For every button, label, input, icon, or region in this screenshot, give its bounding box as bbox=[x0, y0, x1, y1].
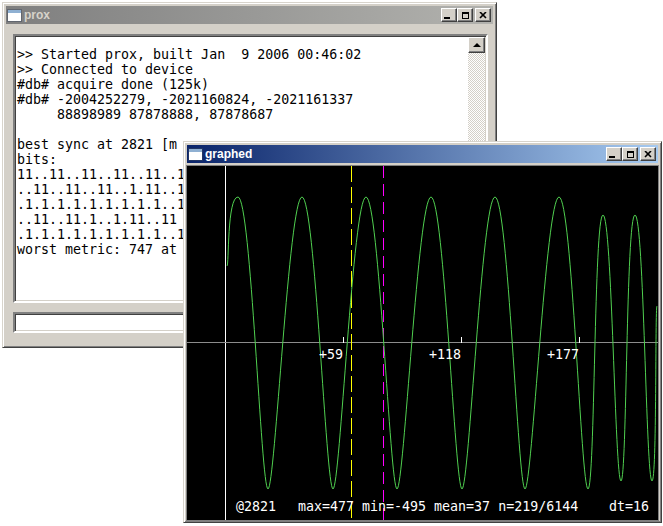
waveform-plot[interactable] bbox=[187, 166, 658, 520]
scroll-up-button[interactable] bbox=[468, 37, 485, 53]
graphed-caption-buttons bbox=[606, 147, 656, 161]
graphed-minimize-button[interactable] bbox=[606, 147, 622, 161]
graphed-titlebar[interactable]: graphed bbox=[187, 145, 658, 163]
prox-titlebar[interactable]: prox bbox=[6, 6, 493, 24]
graphed-window-title: graphed bbox=[205, 147, 252, 161]
prox-minimize-button[interactable] bbox=[441, 8, 457, 22]
prox-window-title: prox bbox=[24, 8, 50, 22]
x-axis-label: +118 bbox=[429, 347, 461, 362]
console-line bbox=[17, 122, 467, 137]
prox-app-icon[interactable] bbox=[8, 10, 21, 21]
minimize-icon bbox=[609, 156, 615, 158]
x-axis-label: +177 bbox=[547, 347, 579, 362]
prox-close-button[interactable] bbox=[475, 8, 491, 22]
maximize-icon bbox=[462, 12, 469, 19]
console-line: #db# acquire done (125k) bbox=[17, 77, 467, 92]
prox-caption-buttons bbox=[441, 8, 491, 22]
graphed-app-icon[interactable] bbox=[189, 149, 202, 160]
signal-stats-label: max=477 min=-495 mean=37 n=219/6144 bbox=[298, 499, 578, 514]
arrow-up-icon bbox=[473, 43, 481, 47]
maximize-icon bbox=[627, 151, 634, 158]
console-line: >> Started prox, built Jan 9 2006 00:46:… bbox=[17, 47, 467, 62]
console-line: #db# -2004252279, -2021160824, -20211613… bbox=[17, 92, 467, 107]
graphed-window: graphed +59+118+177 @2821 max=477 min=-4… bbox=[183, 141, 662, 523]
close-icon bbox=[644, 151, 652, 158]
minimize-icon bbox=[444, 17, 450, 19]
cursor-position-label: @2821 bbox=[236, 499, 276, 514]
graphed-close-button[interactable] bbox=[640, 147, 656, 161]
desktop: prox >> Started prox, built Jan 9 2006 0… bbox=[0, 0, 663, 526]
console-line: >> Connected to device bbox=[17, 62, 467, 77]
console-line: 88898989 87878888, 87878687 bbox=[17, 107, 467, 122]
close-icon bbox=[479, 12, 487, 19]
dt-label: dt=16 bbox=[609, 499, 649, 514]
x-axis-label: +59 bbox=[319, 347, 343, 362]
graph-plot-area[interactable]: +59+118+177 @2821 max=477 min=-495 mean=… bbox=[186, 165, 659, 521]
graphed-maximize-button[interactable] bbox=[622, 147, 638, 161]
prox-maximize-button[interactable] bbox=[457, 8, 473, 22]
